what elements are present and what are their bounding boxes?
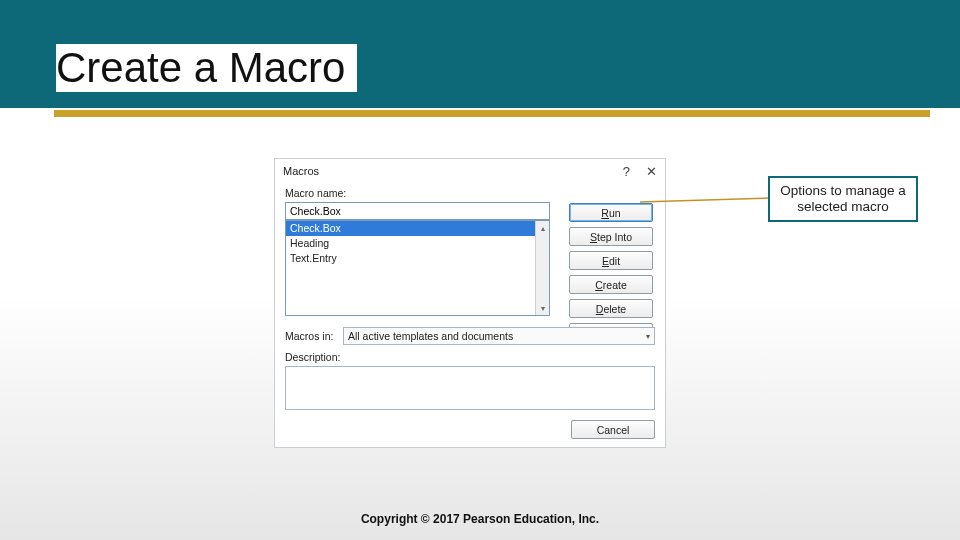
macro-name-label: Macro name: (285, 187, 550, 199)
scroll-down-icon[interactable]: ▾ (536, 301, 549, 315)
macro-listbox[interactable]: Check.Box Heading Text.Entry ▴ ▾ (285, 220, 550, 316)
callout-text: Options to manage a selected macro (770, 183, 916, 215)
listbox-scrollbar[interactable]: ▴ ▾ (535, 221, 549, 315)
dialog-button-column: Run Step Into Edit Create Delete Organiz… (569, 203, 655, 342)
delete-button[interactable]: Delete (569, 299, 653, 318)
slide-header: Create a Macro (0, 0, 960, 122)
macro-name-input[interactable] (285, 202, 550, 220)
slide-title: Create a Macro (56, 44, 357, 92)
scroll-up-icon[interactable]: ▴ (536, 221, 549, 235)
macros-in-select[interactable]: All active templates and documents ▾ (343, 327, 655, 345)
description-label: Description: (285, 351, 340, 363)
dialog-body: Macro name: Check.Box Heading Text.Entry… (275, 183, 665, 447)
chevron-down-icon: ▾ (646, 332, 650, 341)
dialog-title: Macros (283, 165, 319, 177)
list-item[interactable]: Heading (286, 236, 549, 251)
step-into-button[interactable]: Step Into (569, 227, 653, 246)
edit-button[interactable]: Edit (569, 251, 653, 270)
list-item[interactable]: Check.Box (286, 221, 549, 236)
close-icon[interactable]: ✕ (646, 164, 657, 179)
run-button[interactable]: Run (569, 203, 653, 222)
create-button[interactable]: Create (569, 275, 653, 294)
title-divider (0, 110, 960, 122)
dialog-titlebar: Macros ? ✕ (275, 159, 665, 183)
macros-in-label: Macros in: (285, 330, 337, 342)
help-icon[interactable]: ? (623, 164, 630, 179)
gold-underline (54, 110, 930, 117)
cancel-button[interactable]: Cancel (571, 420, 655, 439)
list-item[interactable]: Text.Entry (286, 251, 549, 266)
copyright-footer: Copyright © 2017 Pearson Education, Inc. (0, 512, 960, 526)
callout-box: Options to manage a selected macro (768, 176, 918, 222)
title-bar: Create a Macro (0, 0, 960, 108)
macros-in-value: All active templates and documents (348, 330, 513, 342)
description-box[interactable] (285, 366, 655, 410)
macros-dialog: Macros ? ✕ Macro name: Check.Box Heading… (274, 158, 666, 448)
